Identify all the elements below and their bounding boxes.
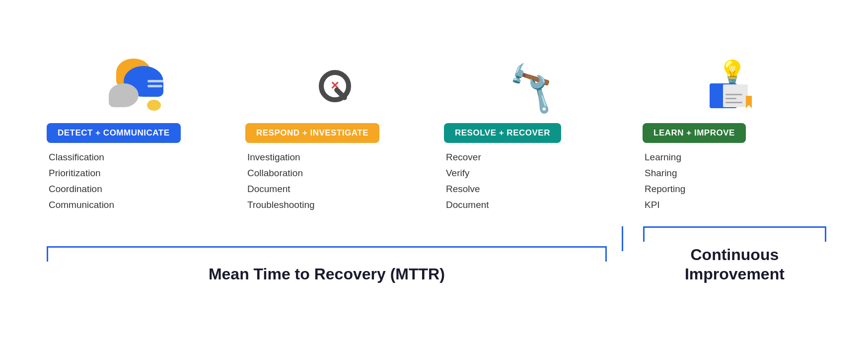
columns-row: DETECT + COMMUNICATE Classification Prio… — [37, 54, 831, 215]
ci-label: ContinuousImprovement — [685, 245, 785, 283]
detect-list: Classification Prioritization Coordinati… — [47, 152, 114, 215]
list-item: Verify — [444, 168, 489, 179]
list-item: Investigation — [245, 152, 315, 163]
learn-badge: LEARN + IMPROVE — [643, 123, 746, 143]
respond-list: Investigation Collaboration Document Tro… — [245, 152, 315, 215]
list-item: Communication — [47, 200, 114, 210]
dot3 — [125, 115, 128, 118]
list-item: Sharing — [643, 168, 685, 179]
book-lines — [725, 94, 742, 103]
column-learn: 💡 LEARN + IMPROVE Learning Sharing Repor… — [633, 54, 831, 215]
mttr-label: Mean Time to Recovery (MTTR) — [209, 265, 445, 283]
list-item: Collaboration — [245, 168, 315, 179]
main-container: DETECT + COMMUNICATE Classification Prio… — [17, 44, 851, 293]
column-respond: ✦ ✕ RESPOND + INVESTIGATE Investigation … — [235, 54, 434, 215]
icon-area-respond: ✦ ✕ — [245, 54, 424, 118]
bubble-yellow — [147, 100, 161, 111]
chat-icon — [106, 59, 166, 113]
column-detect: DETECT + COMMUNICATE Classification Prio… — [37, 54, 235, 215]
line2 — [147, 85, 162, 87]
icon-area-detect — [47, 54, 225, 118]
bubble-dots — [115, 115, 128, 118]
icon-area-learn: 💡 — [643, 54, 821, 118]
list-item: Learning — [643, 152, 685, 163]
respond-badge: RESPOND + INVESTIGATE — [245, 123, 379, 143]
bottom-section: Mean Time to Recovery (MTTR) ContinuousI… — [37, 226, 831, 283]
list-item: Prioritization — [47, 168, 114, 179]
book-line3 — [725, 102, 742, 103]
ci-bracket — [643, 226, 826, 240]
line1 — [147, 80, 170, 82]
bulb-icon: 💡 — [718, 59, 746, 85]
list-item: Resolve — [444, 184, 489, 195]
tools-icon: 🔨 🔧 — [506, 59, 561, 113]
list-item: Coordination — [47, 184, 114, 195]
dot2 — [120, 115, 123, 118]
list-item: Classification — [47, 152, 114, 163]
list-item: Reporting — [643, 184, 685, 195]
bubble-gray — [109, 83, 139, 107]
mttr-block: Mean Time to Recovery (MTTR) — [37, 246, 617, 283]
magnifier-icon: ✦ ✕ — [310, 59, 360, 113]
column-resolve: 🔨 🔧 RESOLVE + RECOVER Recover Verify Res… — [434, 54, 633, 215]
bookmark-icon — [746, 96, 752, 108]
learn-list: Learning Sharing Reporting KPI — [643, 152, 685, 215]
book-line2 — [725, 98, 736, 99]
detect-badge: DETECT + COMMUNICATE — [47, 123, 181, 143]
list-item: Document — [245, 184, 315, 195]
learn-icon: 💡 — [702, 59, 762, 113]
list-item: Document — [444, 200, 489, 210]
divider-line — [622, 226, 623, 251]
list-item: Troubleshooting — [245, 200, 315, 210]
dot1 — [115, 115, 118, 118]
resolve-badge: RESOLVE + RECOVER — [444, 123, 561, 143]
icon-area-resolve: 🔨 🔧 — [444, 54, 623, 118]
bubble-lines — [147, 80, 170, 87]
ci-block: ContinuousImprovement — [628, 226, 831, 283]
list-item: Recover — [444, 152, 489, 163]
mttr-bracket — [47, 246, 607, 260]
book-line1 — [725, 94, 742, 95]
list-item: KPI — [643, 200, 685, 210]
resolve-list: Recover Verify Resolve Document — [444, 152, 489, 215]
